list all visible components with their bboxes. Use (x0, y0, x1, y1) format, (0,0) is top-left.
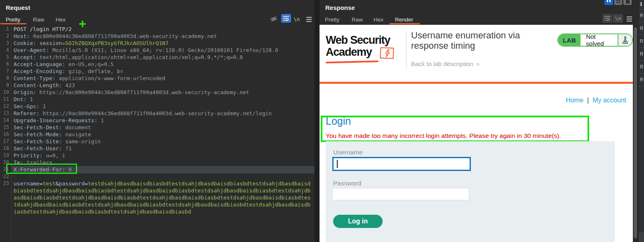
inspector-section[interactable]: R (639, 48, 644, 61)
request-panel: Request Pretty Raw Hex \n 1POST /login H… (0, 0, 315, 242)
request-line[interactable]: 5Accept: text/html,application/xhtml+xml… (0, 54, 314, 61)
scrollbar-thumb[interactable] (634, 27, 637, 238)
request-line[interactable]: 10Origin: https://0ac800e9044c36ed808f71… (0, 89, 314, 96)
response-panel: Response Pretty Raw Hex Render (320, 0, 644, 242)
username-label: Username (333, 149, 363, 156)
inspector-section[interactable]: R (639, 9, 644, 22)
request-line[interactable]: 1POST /login HTTP/2 (0, 26, 314, 33)
plus-cursor-icon (79, 20, 86, 28)
line-number: 1 (0, 26, 9, 33)
request-line[interactable]: 14Upgrade-Insecure-Requests: 1 (0, 117, 314, 124)
active-tab-underline (0, 23, 26, 24)
request-line[interactable]: 12Sec-Gpc: 1 (0, 103, 314, 110)
text-caret (337, 160, 338, 168)
line-number: 19 (0, 152, 9, 159)
request-line[interactable]: 4User-Agent: Mozilla/5.0 (X11; Linux x86… (0, 47, 314, 54)
my-account-link[interactable]: My account (592, 97, 626, 104)
request-line[interactable]: 11Dnt: 1 (0, 96, 314, 103)
panel-splitter[interactable] (315, 0, 320, 242)
request-line[interactable]: 21X-Forwarded-For: 0 (0, 166, 314, 173)
academy-logo-text: Web Security (326, 35, 390, 46)
request-tab-hex[interactable]: Hex (56, 17, 66, 23)
lightning-bolt-icon (380, 47, 394, 59)
rendered-response: Web Security Academy Username enumeratio… (320, 25, 633, 242)
request-line[interactable]: 2Host: 0ac800e9044c36ed808f711f00a4003d.… (0, 33, 314, 40)
response-header: Response Pretty Raw Hex Render (320, 0, 638, 25)
header-divider (406, 31, 407, 69)
request-line[interactable]: 18Sec-Fetch-User: ?1 (0, 145, 314, 152)
request-line[interactable]: 13Referer: https://0ac800e9044c36ed808f7… (0, 110, 314, 117)
line-number: 13 (0, 110, 9, 117)
request-line[interactable]: 15Sec-Fetch-Dest: document (0, 124, 314, 131)
show-newlines-icon[interactable]: \n (613, 14, 623, 23)
word-wrap-icon[interactable] (602, 14, 612, 23)
request-line[interactable]: 3Cookie: session=SOIhZBQXqxPB3syGfRJkcAO… (0, 40, 314, 47)
lab-badge-label: LAB (558, 34, 581, 46)
pause-button[interactable] (604, 0, 613, 5)
line-number: 8 (0, 75, 9, 82)
request-line[interactable]: 19Priority: u=0, i (0, 152, 314, 159)
hide-soft-newlines-icon[interactable] (270, 16, 277, 22)
response-panel-title: Response (325, 4, 355, 11)
inspector-bottom-block (639, 233, 644, 242)
username-input[interactable] (332, 157, 471, 171)
response-tab-hex[interactable]: Hex (374, 17, 383, 23)
response-tab-render[interactable]: Render (395, 17, 413, 23)
line-number: 22 (0, 173, 9, 180)
line-number: 3 (0, 40, 9, 47)
line-number: 21 (0, 166, 9, 173)
login-warning-text: You have made too many incorrect login a… (326, 132, 561, 140)
request-line[interactable]: 9Content-Length: 423 (0, 82, 314, 89)
line-number: 23 (0, 180, 9, 187)
show-newlines-icon[interactable]: \n (294, 16, 300, 22)
inspector-section[interactable]: R (639, 35, 644, 48)
request-menu-icon[interactable] (306, 16, 312, 23)
request-line[interactable]: 22 (0, 173, 314, 180)
request-line[interactable]: 6Accept-Language: en-US,en;q=0.5 (0, 61, 314, 68)
request-line[interactable]: 8Content-Type: application/x-www-form-ur… (0, 75, 314, 82)
inspector-section[interactable]: R (639, 74, 644, 86)
line-number: 5 (0, 54, 9, 61)
login-form: Username Password Log in (326, 141, 615, 242)
line-number: 14 (0, 117, 9, 124)
request-panel-title: Request (6, 4, 30, 11)
lab-status-badge: LAB Not solved (557, 33, 633, 47)
inspector-section[interactable]: R (639, 22, 644, 35)
pane-layout-button[interactable] (623, 0, 632, 5)
back-to-lab-link[interactable]: Back to lab description» (411, 60, 479, 68)
request-line[interactable]: 7Accept-Encoding: gzip, deflate, br (0, 68, 314, 75)
request-editor[interactable]: 1POST /login HTTP/22Host: 0ac800e9044c36… (0, 26, 314, 242)
inspector-title[interactable]: I (639, 0, 644, 9)
request-tab-raw[interactable]: Raw (33, 17, 44, 23)
site-nav: Home|My account (566, 97, 626, 104)
logo-underline (326, 60, 378, 63)
password-label: Password (333, 180, 361, 187)
line-number: 9 (0, 82, 9, 89)
word-wrap-icon[interactable] (281, 14, 291, 23)
burp-repeater-view: Request Pretty Raw Hex \n 1POST /login H… (0, 0, 644, 242)
nav-separator: | (583, 97, 592, 104)
render-scrollbar (633, 25, 638, 242)
request-line[interactable]: 23username=test&password=testdsahjdbasdb… (0, 180, 314, 215)
line-number: 12 (0, 103, 9, 110)
line-number: 17 (0, 138, 9, 145)
request-line[interactable]: 20Te: trailers (0, 159, 314, 166)
password-input[interactable] (332, 188, 469, 200)
inspector-section[interactable]: R (639, 61, 644, 74)
log-in-button[interactable]: Log in (333, 215, 383, 228)
request-line[interactable]: 17Sec-Fetch-Site: same-origin (0, 138, 314, 145)
request-line[interactable]: 16Sec-Fetch-Mode: navigate (0, 131, 314, 138)
home-link[interactable]: Home (566, 97, 583, 104)
line-number: 18 (0, 145, 9, 152)
double-chevron-icon: » (476, 60, 479, 68)
response-tab-pretty[interactable]: Pretty (325, 17, 339, 23)
line-number: 4 (0, 47, 9, 54)
request-tab-pretty[interactable]: Pretty (6, 17, 20, 23)
inspector-collapsed-strip: I R R R R R R (638, 0, 644, 242)
rows-layout-button[interactable] (614, 0, 622, 5)
header-accent-bar (320, 82, 633, 84)
response-menu-icon[interactable] (627, 15, 632, 23)
lab-status-text: Not solved (581, 34, 618, 46)
line-number: 6 (0, 61, 9, 68)
response-tab-raw[interactable]: Raw (352, 17, 363, 23)
